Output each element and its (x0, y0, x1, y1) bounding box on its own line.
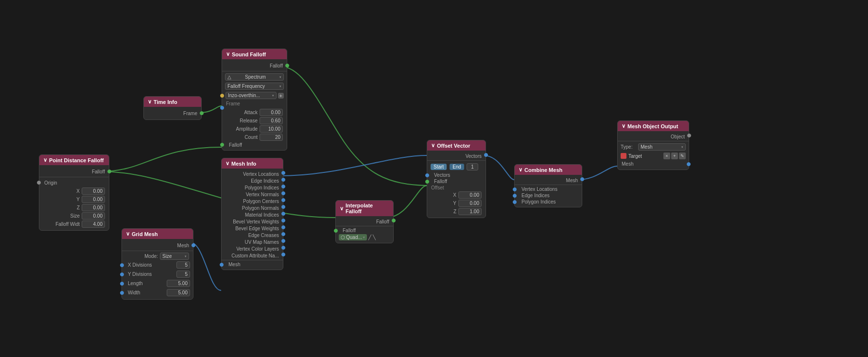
frame-output-socket[interactable] (200, 111, 204, 115)
gm-mesh-socket[interactable] (191, 243, 195, 247)
x-label: X (43, 188, 80, 194)
target-close-btn[interactable]: × (663, 153, 670, 159)
pdf-falloff-socket[interactable] (107, 170, 111, 173)
ov-x-value[interactable]: 0.00 (458, 191, 482, 199)
collapse-icon3[interactable]: ∨ (226, 51, 230, 57)
ov-z-value[interactable]: 1.00 (458, 208, 482, 215)
if-falloff-output-label: Falloff (376, 219, 389, 224)
collapse-icon5[interactable]: ∨ (226, 160, 229, 167)
pc-socket[interactable] (281, 198, 285, 202)
mesh-object-output-title: Mesh Object Output (627, 123, 678, 129)
target-add-btn[interactable]: + (671, 153, 678, 159)
vl-socket[interactable] (281, 171, 285, 175)
sf-falloff-input-socket[interactable] (220, 143, 224, 147)
collapse-icon6[interactable]: ∨ (340, 205, 344, 212)
ov-vectors-socket[interactable] (484, 153, 488, 157)
x-div-value[interactable]: 5 (176, 261, 190, 269)
falloff-input-label: Falloff (229, 142, 242, 148)
vcl-socket[interactable] (281, 246, 285, 250)
cm-pi-socket[interactable] (513, 200, 517, 204)
target-edit-btn[interactable]: ✎ (679, 153, 686, 159)
quad-button[interactable]: ⬡ Quad... ▾ (339, 234, 367, 240)
y-div-value[interactable]: 5 (176, 271, 190, 278)
width-value[interactable]: 5.00 (167, 289, 190, 296)
falloff-freq-label: Falloff Frequency (227, 84, 265, 89)
ov-vectors-input-socket[interactable] (425, 173, 429, 177)
cm-vl-socket[interactable] (513, 187, 517, 191)
cm-ei-socket[interactable] (513, 194, 517, 198)
origin-socket[interactable] (37, 181, 41, 185)
file-socket[interactable] (220, 94, 224, 98)
add-file-btn[interactable]: + (278, 93, 284, 99)
spectrum-dropdown[interactable]: △ Spectrum ▾ (225, 73, 284, 81)
uvm-socket[interactable] (281, 239, 285, 243)
interpolate-falloff-node: ∨ Interpolate Falloff Falloff Falloff ⬡ … (335, 200, 394, 243)
bew-socket[interactable] (281, 225, 285, 229)
falloff-widt-value[interactable]: 4.00 (82, 221, 105, 228)
polygon-centers-output: Polygon Centers (243, 199, 279, 204)
collapse-icon[interactable]: ∨ (148, 99, 152, 105)
vn-socket[interactable] (281, 191, 285, 195)
combine-mesh-header: ∨ Combine Mesh (515, 165, 582, 175)
collapse-icon8[interactable]: ∨ (519, 167, 522, 173)
cm-mesh-socket[interactable] (580, 177, 584, 181)
collapse-icon4[interactable]: ∨ (126, 231, 130, 237)
ei-socket[interactable] (281, 178, 285, 182)
length-value[interactable]: 5.00 (167, 280, 190, 287)
moo-mesh-input-socket[interactable] (687, 162, 691, 166)
count-value[interactable]: 20 (260, 134, 283, 141)
length-socket[interactable] (120, 282, 124, 286)
collapse-icon2[interactable]: ∨ (43, 157, 47, 163)
mesh-info-title: Mesh Info (231, 161, 256, 167)
ov-x-row: X 0.00 (427, 191, 486, 199)
mesh-object-output-header: ∨ Mesh Object Output (618, 121, 689, 131)
sf-falloff-socket[interactable] (285, 64, 289, 68)
ov-falloff-socket[interactable] (425, 180, 429, 184)
mi-socket[interactable] (281, 212, 285, 216)
frame-input-socket[interactable] (220, 106, 224, 110)
frame-number-input[interactable]: 1 (467, 163, 478, 170)
if-falloff-output-socket[interactable] (392, 219, 396, 222)
y-div-label: Y Divisions (128, 272, 176, 277)
diagonal-btn1[interactable]: ╱ (368, 235, 371, 240)
pi-socket[interactable] (281, 185, 285, 188)
width-socket[interactable] (120, 291, 124, 295)
attack-row: Attack 0.00 (222, 108, 287, 117)
end-button[interactable]: End (450, 164, 464, 170)
time-info-node: ∨ Time Info Frame (143, 96, 202, 120)
x-div-socket[interactable] (120, 263, 124, 267)
amplitude-row: Amplitude 10.00 (222, 125, 287, 133)
attack-value[interactable]: 0.00 (260, 109, 283, 116)
type-dropdown[interactable]: Mesh ▾ (638, 143, 686, 151)
falloff-widt-row: Falloff Widt 4.00 (39, 220, 109, 228)
mesh-input-socket[interactable] (220, 263, 224, 267)
y-div-socket[interactable] (120, 272, 124, 276)
start-button[interactable]: Start (431, 164, 447, 170)
ca-socket[interactable] (281, 253, 285, 256)
x-value[interactable]: 0.00 (82, 187, 105, 195)
collapse-icon9[interactable]: ∨ (622, 123, 625, 129)
z-value[interactable]: 0.00 (82, 204, 105, 211)
size-value[interactable]: 0.00 (82, 212, 105, 220)
file-dropdown[interactable]: Inzo-overthin... ▾ (226, 92, 277, 99)
ec-socket[interactable] (281, 232, 285, 236)
collapse-icon7[interactable]: ∨ (431, 142, 435, 149)
cm-mesh-output: Mesh (566, 178, 578, 183)
falloff-frequency-dropdown[interactable]: Falloff Frequency ▾ (225, 83, 284, 90)
moo-object-socket[interactable] (687, 134, 691, 137)
combine-mesh-node: ∨ Combine Mesh Mesh Vertex Locations Edg… (514, 164, 582, 207)
grid-mesh-header: ∨ Grid Mesh (122, 229, 193, 239)
bvw-socket[interactable] (281, 219, 285, 222)
ov-y-value[interactable]: 0.00 (458, 200, 482, 207)
frame-section-label: Frame (222, 100, 287, 107)
origin-label: Origin (44, 180, 57, 186)
diagonal-btn2[interactable]: ╲ (373, 235, 376, 240)
if-falloff-input-socket[interactable] (334, 229, 338, 233)
pn-socket[interactable] (281, 205, 285, 209)
release-value[interactable]: 0.60 (260, 117, 283, 124)
mode-dropdown[interactable]: Size ▾ (160, 253, 189, 260)
type-row: Type: Mesh ▾ (618, 142, 689, 152)
y-value[interactable]: 0.00 (82, 196, 105, 203)
amplitude-value[interactable]: 10.00 (260, 125, 283, 133)
size-label: Size (43, 213, 80, 219)
